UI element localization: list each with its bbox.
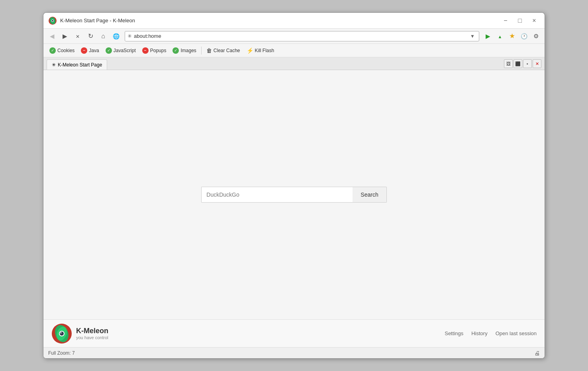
footer-brand-text: K-Meleon you have control bbox=[76, 327, 108, 340]
footer-brand-name: K-Meleon bbox=[76, 327, 108, 335]
tab-favicon: ✳ bbox=[52, 62, 56, 68]
status-bar: Full Zoom: 7 🖨 bbox=[43, 347, 545, 358]
window-controls: − □ × bbox=[500, 15, 540, 26]
home-button[interactable] bbox=[98, 31, 109, 42]
forward-button[interactable] bbox=[59, 31, 71, 42]
svg-point-3 bbox=[52, 20, 53, 21]
settings-link[interactable]: Settings bbox=[445, 330, 463, 336]
navigation-bar: ✳ ▼ bbox=[43, 29, 545, 44]
cookies-status-icon: ✓ bbox=[49, 47, 56, 54]
go-button[interactable] bbox=[482, 31, 494, 42]
cookies-toggle[interactable]: ✓ Cookies bbox=[47, 46, 77, 55]
close-tab-button[interactable]: ✕ bbox=[533, 59, 541, 68]
trash-icon bbox=[206, 47, 212, 54]
toolbar: ✓ Cookies − Java ✓ JavaScript − Popups ✓ bbox=[43, 44, 545, 57]
footer-logo-area: K-Meleon you have control bbox=[51, 323, 108, 344]
browser-window: K-Meleon Start Page - K-Meleon − □ × ✳ bbox=[43, 12, 545, 359]
go-icon bbox=[486, 33, 490, 40]
search-container: Search bbox=[201, 187, 386, 203]
toolbar-separator bbox=[201, 47, 202, 55]
status-icon: 🖨 bbox=[534, 350, 540, 356]
cookies-label: Cookies bbox=[57, 48, 74, 53]
refresh-button[interactable] bbox=[85, 31, 96, 42]
tabs-left: ✳ K-Meleon Start Page bbox=[47, 59, 107, 70]
forward-icon bbox=[63, 33, 67, 40]
footer: K-Meleon you have control Settings Histo… bbox=[43, 319, 545, 347]
history-icon-button[interactable] bbox=[518, 31, 529, 42]
kill-flash-label: Kill Flash bbox=[255, 48, 274, 53]
up-icon bbox=[498, 33, 502, 39]
javascript-label: JavaScript bbox=[114, 48, 136, 53]
address-site-icon: ✳ bbox=[127, 33, 132, 39]
java-label: Java bbox=[89, 48, 99, 53]
content-area: Search bbox=[43, 70, 545, 319]
images-toggle[interactable]: ✓ Images bbox=[170, 46, 199, 55]
clock-icon bbox=[521, 33, 527, 39]
java-toggle[interactable]: − Java bbox=[78, 46, 102, 55]
minimize-button[interactable]: − bbox=[500, 15, 511, 26]
refresh-icon bbox=[88, 32, 93, 40]
status-right: 🖨 bbox=[534, 350, 540, 356]
back-button[interactable] bbox=[47, 31, 58, 42]
new-tab-button[interactable]: 🖼 bbox=[504, 59, 513, 68]
globe-icon bbox=[113, 33, 120, 39]
back-icon bbox=[50, 33, 55, 40]
clear-cache-label: Clear Cache bbox=[214, 48, 240, 53]
settings-icon-button[interactable] bbox=[530, 31, 541, 42]
up-button[interactable] bbox=[494, 31, 506, 42]
javascript-toggle[interactable]: ✓ JavaScript bbox=[103, 46, 139, 55]
home-icon bbox=[101, 33, 105, 40]
address-dropdown-button[interactable]: ▼ bbox=[468, 33, 476, 39]
clear-cache-button[interactable]: Clear Cache bbox=[204, 46, 243, 55]
tab-bar: ✳ K-Meleon Start Page 🖼 ⬛ ▪ ✕ bbox=[43, 57, 545, 70]
popups-status-icon: − bbox=[142, 47, 149, 54]
nav-right-buttons bbox=[482, 31, 541, 42]
zoom-status: Full Zoom: 7 bbox=[48, 350, 75, 356]
footer-links: Settings History Open last session bbox=[445, 330, 537, 336]
open-last-session-link[interactable]: Open last session bbox=[496, 330, 537, 336]
address-input[interactable] bbox=[134, 33, 468, 39]
gear-icon bbox=[533, 33, 539, 40]
java-status-icon: − bbox=[81, 47, 87, 54]
maximize-button[interactable]: □ bbox=[514, 15, 525, 26]
active-tab[interactable]: ✳ K-Meleon Start Page bbox=[47, 59, 107, 70]
bookmarks-button[interactable] bbox=[506, 31, 517, 42]
svg-point-9 bbox=[60, 332, 62, 334]
flash-icon bbox=[247, 47, 253, 54]
history-link[interactable]: History bbox=[471, 330, 487, 336]
search-button[interactable]: Search bbox=[353, 187, 386, 203]
stop-button[interactable] bbox=[72, 31, 83, 42]
app-logo bbox=[48, 16, 57, 25]
close-all-tabs-button[interactable]: ▪ bbox=[523, 59, 532, 68]
images-label: Images bbox=[180, 48, 196, 53]
javascript-status-icon: ✓ bbox=[106, 47, 112, 54]
title-bar: K-Meleon Start Page - K-Meleon − □ × bbox=[43, 13, 545, 29]
window-title: K-Meleon Start Page - K-Meleon bbox=[60, 18, 500, 23]
popups-label: Popups bbox=[150, 48, 167, 53]
kill-flash-button[interactable]: Kill Flash bbox=[244, 46, 277, 55]
popups-toggle[interactable]: − Popups bbox=[139, 46, 169, 55]
svg-point-8 bbox=[60, 332, 64, 336]
address-bar: ✳ ▼ bbox=[125, 31, 479, 41]
active-tab-label: K-Meleon Start Page bbox=[58, 62, 102, 68]
star-icon bbox=[509, 32, 515, 40]
footer-app-logo bbox=[51, 323, 72, 344]
stop-icon bbox=[76, 33, 80, 39]
footer-tagline: you have control bbox=[76, 335, 108, 340]
close-button[interactable]: × bbox=[529, 15, 540, 26]
tabs-right: 🖼 ⬛ ▪ ✕ bbox=[504, 59, 541, 70]
close-other-tabs-button[interactable]: ⬛ bbox=[514, 59, 522, 68]
globe-button[interactable] bbox=[110, 31, 122, 42]
search-input[interactable] bbox=[201, 187, 353, 203]
images-status-icon: ✓ bbox=[172, 47, 179, 54]
